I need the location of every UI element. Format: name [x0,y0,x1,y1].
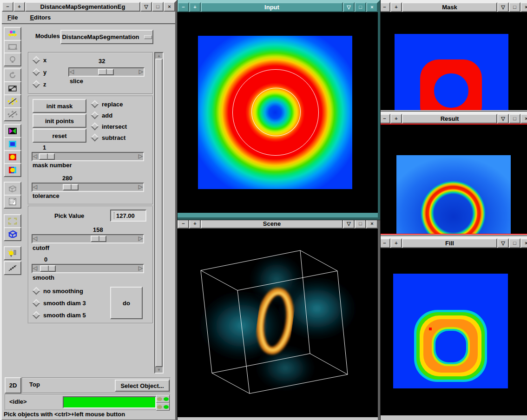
replace-radio[interactable]: replace [92,101,123,107]
window-iconify-button[interactable]: □ [509,238,520,248]
mode-2d-button[interactable]: 2D [5,377,21,394]
scene-viewport[interactable] [178,229,378,417]
fill-titlebar[interactable]: − + Fill ▽ □ × [379,238,527,248]
modules-dropdown[interactable]: DistanceMapSegmentation [60,30,153,44]
slider-thumb[interactable] [91,236,106,242]
script-icon[interactable] [4,195,21,209]
scrollbar-thumb[interactable] [155,59,163,367]
slider-left-arrow-icon[interactable]: ◁ [70,68,74,75]
window-pin-button[interactable]: + [189,2,201,12]
add-radio[interactable]: add [92,112,112,118]
window-close-button[interactable]: × [164,2,175,12]
slider-right-arrow-icon[interactable]: ▷ [138,235,143,242]
input-titlebar[interactable]: − + Input ▽ □ × [178,2,378,12]
headlight-icon[interactable] [4,52,21,66]
window-shade-button[interactable]: ▽ [343,219,355,229]
window-iconify-button[interactable]: □ [355,219,366,229]
input-viewport[interactable] [178,12,378,213]
zoom-box-icon[interactable] [4,81,21,95]
dolly-icon[interactable] [4,107,21,121]
scroll-up-icon[interactable]: ▲ [155,53,163,59]
window-menu-button[interactable]: − [178,2,189,12]
slider-right-arrow-icon[interactable]: ▷ [138,183,143,190]
pan-icon[interactable] [4,94,21,108]
palette-icon[interactable] [4,163,21,177]
slider-thumb[interactable] [63,184,79,190]
window-pin-button[interactable]: + [390,114,402,124]
axis-y-radio[interactable]: y [33,69,46,75]
frame-icon[interactable] [4,137,21,151]
pick-value-field[interactable]: 127.00 [110,210,146,222]
window-close-button[interactable]: × [520,2,527,12]
menu-file[interactable]: File [7,14,18,21]
panel-scrollbar[interactable]: ▲ ▼ [154,52,164,374]
cutoff-slider[interactable]: ◁ ▷ [32,234,144,243]
window-iconify-button[interactable]: □ [509,114,520,124]
red-circle-icon[interactable] [4,150,21,164]
measure-icon[interactable] [4,261,21,275]
slider-right-arrow-icon[interactable]: ▷ [139,68,143,75]
window-shade-button[interactable]: ▽ [497,2,509,12]
mask-viewport[interactable] [379,12,527,110]
smooth-slider[interactable]: ◁ ▷ [32,264,144,273]
fill-viewport[interactable] [379,248,527,415]
init-mask-button[interactable]: init mask [33,99,86,113]
light-edit-icon[interactable] [4,246,21,260]
select-object-button[interactable]: Select Object... [115,380,170,392]
axis-z-radio[interactable]: z [33,81,46,87]
wireframe-cube-icon[interactable] [4,182,21,196]
slider-left-arrow-icon[interactable]: ◁ [33,183,37,190]
slider-left-arrow-icon[interactable]: ◁ [33,264,37,272]
view-all-icon[interactable] [4,40,21,54]
window-shade-button[interactable]: ▽ [140,2,152,12]
window-close-button[interactable]: × [366,2,378,12]
scene-titlebar[interactable]: − + Scene ▽ □ × [178,219,378,229]
window-shade-button[interactable]: ▽ [497,238,509,248]
intersect-radio[interactable]: intersect [92,123,127,130]
blue-cube-icon[interactable] [4,227,21,241]
window-close-button[interactable]: × [366,219,378,229]
window-menu-button[interactable]: − [379,238,390,248]
window-shade-button[interactable]: ▽ [497,114,509,124]
reset-button[interactable]: reset [33,129,86,143]
init-points-button[interactable]: init points [33,114,86,128]
scroll-down-icon[interactable]: ▼ [155,367,163,373]
window-iconify-button[interactable]: □ [509,2,520,12]
menu-editors[interactable]: Editors [30,14,51,21]
window-close-button[interactable]: × [520,114,527,124]
slice-slider[interactable]: ◁ ▷ [68,67,145,77]
window-shade-button[interactable]: ▽ [343,2,355,12]
window-iconify-button[interactable]: □ [152,2,164,12]
no-smoothing-radio[interactable]: no smoothing [33,288,83,294]
smooth-diam3-radio[interactable]: smooth diam 3 [33,300,86,306]
slider-right-arrow-icon[interactable]: ▷ [138,152,143,160]
main-titlebar[interactable]: − + DistanceMapSegmentationEg ▽ □ × [2,2,175,12]
mask-number-slider[interactable]: ◁ ▷ [32,152,144,161]
result-titlebar[interactable]: − + Result ▽ □ × [379,114,527,124]
window-pin-button[interactable]: + [13,2,25,12]
result-viewport[interactable] [379,124,527,235]
mask-titlebar[interactable]: − + Mask ▽ □ × [379,2,527,12]
slider-right-arrow-icon[interactable]: ▷ [138,264,143,272]
axis-x-radio[interactable]: x [33,57,46,63]
window-menu-button[interactable]: − [178,219,189,229]
slider-thumb[interactable] [98,69,114,75]
window-menu-button[interactable]: − [379,114,390,124]
window-pin-button[interactable]: + [390,238,402,248]
window-iconify-button[interactable]: □ [355,2,366,12]
fit-view-icon[interactable] [4,214,21,228]
smooth-diam5-radio[interactable]: smooth diam 5 [33,312,86,318]
slider-thumb[interactable] [40,265,56,272]
do-button[interactable]: do [110,287,143,319]
seek-icon[interactable] [4,27,21,41]
rotate-icon[interactable] [4,68,21,82]
colormap-icon[interactable] [4,124,21,138]
subtract-radio[interactable]: subtract [92,134,125,141]
window-pin-button[interactable]: + [189,219,201,229]
slider-left-arrow-icon[interactable]: ◁ [33,152,37,160]
window-pin-button[interactable]: + [390,2,402,12]
slider-left-arrow-icon[interactable]: ◁ [33,235,37,242]
tolerance-slider[interactable]: ◁ ▷ [32,183,144,192]
window-menu-button[interactable]: − [379,2,390,12]
slider-thumb[interactable] [39,153,55,160]
